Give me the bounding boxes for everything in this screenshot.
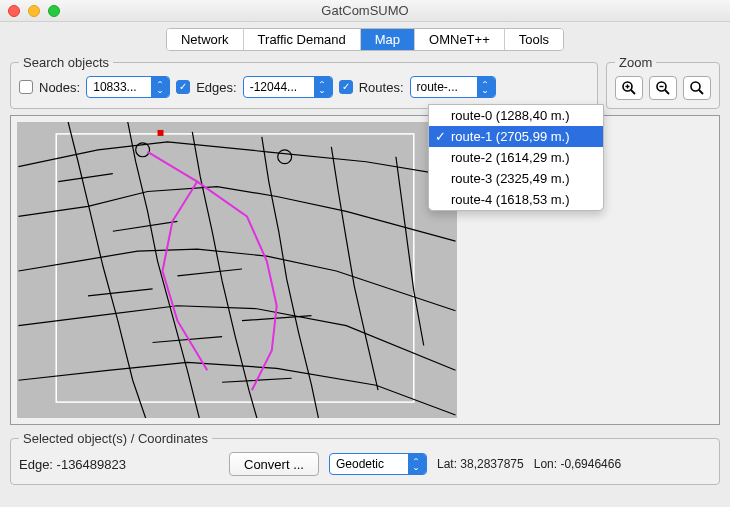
selected-legend: Selected object(s) / Coordinates [19, 431, 212, 446]
fullscreen-icon[interactable] [48, 5, 60, 17]
routes-select[interactable]: route-... [410, 76, 496, 98]
edges-checkbox[interactable] [176, 80, 190, 94]
window-controls [8, 5, 60, 17]
svg-rect-12 [158, 130, 164, 136]
chevron-updown-icon [314, 77, 332, 97]
chevron-updown-icon [408, 454, 426, 474]
coord-mode-value: Geodetic [336, 457, 384, 471]
tab-omnet[interactable]: OMNeT++ [415, 29, 505, 50]
selected-coordinates-group: Selected object(s) / Coordinates Edge: -… [10, 431, 720, 485]
nodes-select-value: 10833... [93, 80, 136, 94]
selected-edge-value: Edge: -136489823 [19, 455, 219, 474]
zoom-fit-button[interactable] [683, 76, 711, 100]
routes-label: Routes: [359, 80, 404, 95]
lon-value: Lon: -0,6946466 [534, 457, 621, 471]
window-titlebar: GatComSUMO [0, 0, 730, 22]
tab-tools[interactable]: Tools [505, 29, 563, 50]
zoom-legend: Zoom [615, 55, 656, 70]
zoom-out-button[interactable] [649, 76, 677, 100]
svg-line-5 [665, 90, 669, 94]
route-option-4[interactable]: route-4 (1618,53 m.) [429, 189, 603, 210]
chevron-updown-icon [477, 77, 495, 97]
tab-map[interactable]: Map [361, 29, 415, 50]
map-canvas[interactable] [17, 122, 457, 418]
edges-select-value: -12044... [250, 80, 297, 94]
minimize-icon[interactable] [28, 5, 40, 17]
zoom-group: Zoom [606, 55, 720, 109]
routes-dropdown[interactable]: route-0 (1288,40 m.) route-1 (2705,99 m.… [428, 104, 604, 211]
chevron-updown-icon [151, 77, 169, 97]
routes-checkbox[interactable] [339, 80, 353, 94]
svg-line-1 [631, 90, 635, 94]
window-title: GatComSUMO [8, 3, 722, 18]
routes-select-value: route-... [417, 80, 458, 94]
tab-network[interactable]: Network [167, 29, 244, 50]
svg-point-11 [278, 150, 292, 164]
search-objects-group: Search objects Nodes: 10833... Edges: -1… [10, 55, 598, 109]
coord-mode-select[interactable]: Geodetic [329, 453, 427, 475]
nodes-label: Nodes: [39, 80, 80, 95]
edges-select[interactable]: -12044... [243, 76, 333, 98]
svg-line-8 [699, 90, 703, 94]
convert-button[interactable]: Convert ... [229, 452, 319, 476]
tab-traffic-demand[interactable]: Traffic Demand [244, 29, 361, 50]
nodes-select[interactable]: 10833... [86, 76, 170, 98]
main-tabs: Network Traffic Demand Map OMNeT++ Tools [0, 28, 730, 51]
route-option-2[interactable]: route-2 (1614,29 m.) [429, 147, 603, 168]
route-option-1[interactable]: route-1 (2705,99 m.) [429, 126, 603, 147]
route-option-0[interactable]: route-0 (1288,40 m.) [429, 105, 603, 126]
zoom-in-button[interactable] [615, 76, 643, 100]
lat-value: Lat: 38,2837875 [437, 457, 524, 471]
edges-label: Edges: [196, 80, 236, 95]
route-option-3[interactable]: route-3 (2325,49 m.) [429, 168, 603, 189]
map-viewport[interactable] [10, 115, 720, 425]
svg-point-7 [691, 82, 700, 91]
nodes-checkbox[interactable] [19, 80, 33, 94]
search-legend: Search objects [19, 55, 113, 70]
close-icon[interactable] [8, 5, 20, 17]
